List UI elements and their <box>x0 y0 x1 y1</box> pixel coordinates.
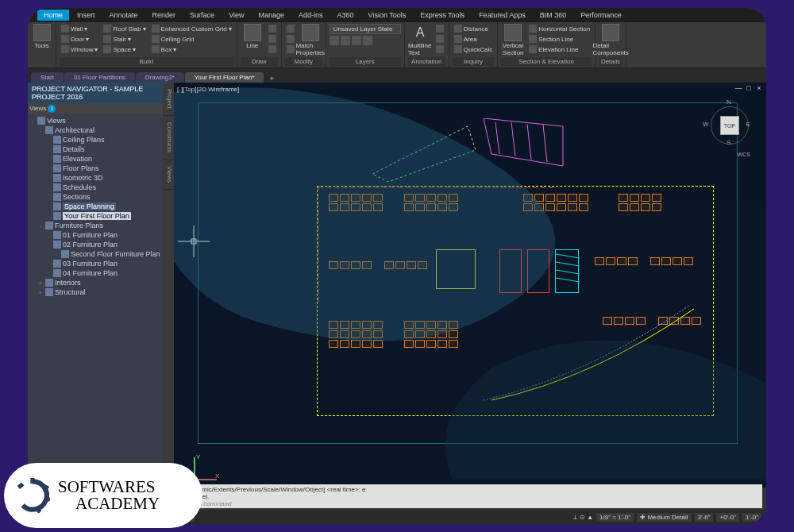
match-props-tool[interactable]: Match Properties <box>299 24 322 56</box>
elev-line-tool[interactable]: Elevation Line <box>527 44 592 54</box>
detail-comp-tool[interactable]: Detail Components <box>599 24 622 56</box>
tree-item-views[interactable]: -Views <box>29 116 161 125</box>
crosshair-cursor <box>178 226 210 257</box>
ribbon-tab-manage[interactable]: Manage <box>252 10 291 21</box>
hsection-tool[interactable]: Horizontal Section <box>527 24 592 33</box>
tree-item-schedules[interactable]: Schedules <box>29 183 161 192</box>
roof-tool[interactable]: Roof Slab ▾ <box>102 24 147 33</box>
ribbon-tab-bim360[interactable]: BIM 360 <box>534 10 573 21</box>
wall-tool[interactable]: Wall ▾ <box>60 24 99 33</box>
ribbon-tab-view[interactable]: View <box>222 10 250 21</box>
side-tab-constructs[interactable]: Constructs <box>163 116 174 160</box>
window-tool[interactable]: Window ▾ <box>60 44 99 54</box>
tree-item-ceiling-plans[interactable]: Ceiling Plans <box>29 135 161 145</box>
ribbon-tab-surface[interactable]: Surface <box>183 10 221 21</box>
logo-line2: ACADEMY <box>58 495 160 512</box>
layer-icon[interactable] <box>330 36 339 45</box>
minimize-button[interactable]: — <box>734 84 742 92</box>
nav-views-tab[interactable]: Views i <box>28 103 163 114</box>
distance-tool[interactable]: Distance <box>453 24 494 33</box>
ribbon-tab-insert[interactable]: Insert <box>71 10 102 21</box>
ribbon-tab-render[interactable]: Render <box>146 10 183 21</box>
svg-line-11 <box>556 262 580 266</box>
navigator-title: PROJECT NAVIGATOR - SAMPLE PROJECT 2016 <box>28 83 163 103</box>
area-tool[interactable]: Area <box>453 34 494 44</box>
doc-tab-floorplan[interactable]: Your First Floor Plan* <box>185 72 264 83</box>
layer-state-dropdown[interactable]: Unsaved Layer State <box>330 24 401 34</box>
ribbon: Tools Wall ▾ Door ▾ Window ▾ Roof Slab ▾… <box>28 22 766 68</box>
side-tab-views[interactable]: Views <box>163 160 174 190</box>
tree-item-your-first-floor-plan[interactable]: Your First Floor Plan <box>29 211 161 221</box>
svg-marker-4 <box>372 126 476 182</box>
line-icon <box>244 24 261 41</box>
tree-item-space-planning[interactable]: Space Planning <box>29 202 161 211</box>
info-icon: i <box>48 105 56 113</box>
tree-item-floor-plans[interactable]: Floor Plans <box>29 164 161 173</box>
svg-line-8 <box>527 124 531 160</box>
wcs-label[interactable]: WCS <box>738 152 750 157</box>
tree-item-04-furniture-plan[interactable]: 04 Furniture Plan <box>29 268 161 278</box>
panel-details-title: Details <box>599 57 622 66</box>
tree-item-details[interactable]: Details <box>29 145 161 154</box>
viewcube-top[interactable]: TOP <box>720 116 739 135</box>
vsection-tool[interactable]: Vertical Section <box>501 24 525 56</box>
tree-item-structural[interactable]: +Structural <box>29 287 161 297</box>
detail-level[interactable]: ✚ Medium Detail <box>637 513 691 522</box>
tree-item-elevation[interactable]: Elevation <box>29 154 161 164</box>
tree-item-furniture-plans[interactable]: -Furniture Plans <box>29 221 161 230</box>
svg-rect-19 <box>30 478 34 484</box>
restore-button[interactable]: □ <box>745 84 753 92</box>
tree-item-interiors[interactable]: +Interiors <box>29 278 161 287</box>
tree-item-01-furniture-plan[interactable]: 01 Furniture Plan <box>29 230 161 240</box>
side-tab-strip: Project Constructs Views <box>163 83 174 488</box>
ribbon-tab-vision[interactable]: Vision Tools <box>362 10 413 21</box>
viewport-label[interactable]: [-][Top][2D Wireframe] <box>177 86 239 93</box>
grid-tool[interactable]: Enhanced Custom Grid ▾ <box>150 24 233 33</box>
doc-tab-drawing3[interactable]: Drawing3* <box>136 72 184 83</box>
ribbon-tab-annotate[interactable]: Annotate <box>103 10 145 21</box>
scale-readout[interactable]: 1/8" = 1'-0" <box>596 513 634 522</box>
ribbon-tab-a360[interactable]: A360 <box>331 10 360 21</box>
tools-button[interactable]: Tools <box>31 24 52 49</box>
ribbon-tab-bar: Home Insert Annotate Render Surface View… <box>28 8 766 22</box>
match-props-icon <box>302 24 319 41</box>
mtext-tool[interactable]: AMultiline Text <box>408 24 432 56</box>
tree-item-03-furniture-plan[interactable]: 03 Furniture Plan <box>29 259 161 268</box>
ceiling-tool[interactable]: Ceiling Grid <box>150 34 233 44</box>
project-navigator: PROJECT NAVIGATOR - SAMPLE PROJECT 2016 … <box>28 83 163 488</box>
quickcalc-tool[interactable]: QuickCalc <box>453 44 494 54</box>
panel-layers-title: Layers <box>330 57 401 66</box>
floor-plan-drawing <box>293 114 738 448</box>
ribbon-tab-express[interactable]: Express Tools <box>414 10 471 21</box>
vsection-icon <box>504 24 522 41</box>
tree-item-architectural[interactable]: -Architectural <box>29 125 161 135</box>
osnap-icons[interactable]: ⊥ ⊙ ▲ <box>572 514 593 521</box>
doc-tab-start[interactable]: Start <box>31 72 64 83</box>
elev-readout[interactable]: 3'-6" <box>695 513 714 522</box>
drawing-canvas[interactable]: [-][Top][2D Wireframe] — □ × TOP N S W E… <box>174 83 766 488</box>
side-tab-project[interactable]: Project <box>163 83 174 116</box>
section-line-tool[interactable]: Section Line <box>527 34 592 44</box>
close-button[interactable]: × <box>755 84 763 92</box>
command-line[interactable]: ter/Dynamic/Extents/Previous/Scale/Windo… <box>175 484 762 508</box>
tree-item-sections[interactable]: Sections <box>29 192 161 202</box>
ribbon-tab-featured[interactable]: Featured Apps <box>472 10 532 21</box>
viewcube[interactable]: TOP N S W E WCS <box>703 98 750 146</box>
line-tool[interactable]: Line <box>241 24 264 49</box>
door-tool[interactable]: Door ▾ <box>60 34 99 44</box>
panel-draw-title: Draw <box>241 57 278 66</box>
stair-tool[interactable]: Stair ▾ <box>102 34 147 44</box>
ribbon-tab-home[interactable]: Home <box>37 10 69 21</box>
box-tool[interactable]: Box ▾ <box>150 44 233 54</box>
new-tab-button[interactable]: + <box>264 75 278 83</box>
ribbon-tab-addins[interactable]: Add-ins <box>292 10 330 21</box>
tree-item-isometric-3d[interactable]: Isometric 3D <box>29 173 161 183</box>
tree-item-second-floor-furniture-plan[interactable]: Second Floor Furniture Plan <box>29 249 161 259</box>
svg-text:X: X <box>215 472 220 480</box>
ribbon-tab-performance[interactable]: Performance <box>574 10 628 21</box>
tree-item-02-furniture-plan[interactable]: 02 Furniture Plan <box>29 240 161 249</box>
space-tool[interactable]: Space ▾ <box>102 44 147 54</box>
doc-tab-partitions[interactable]: 01 Floor Partitions <box>64 72 135 83</box>
svg-line-6 <box>495 122 499 154</box>
detail-icon <box>602 24 619 41</box>
